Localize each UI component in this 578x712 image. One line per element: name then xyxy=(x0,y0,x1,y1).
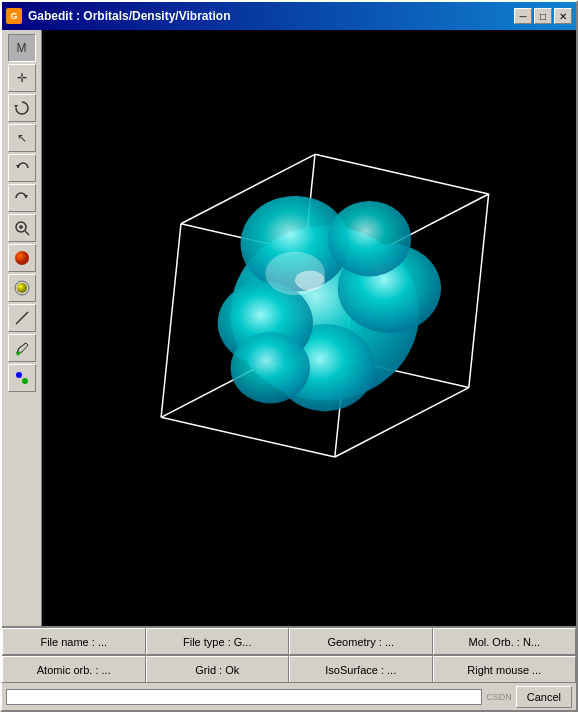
svg-rect-14 xyxy=(15,351,20,356)
svg-point-35 xyxy=(231,332,310,403)
svg-marker-2 xyxy=(24,195,28,198)
redo-icon xyxy=(14,190,30,206)
toolbar: M ✛ ↖ xyxy=(2,30,42,626)
svg-line-13 xyxy=(19,343,26,348)
grid-button[interactable]: Grid : Ok xyxy=(146,656,290,684)
svg-line-25 xyxy=(161,224,181,418)
progress-bar xyxy=(6,689,482,705)
main-area: M ✛ ↖ xyxy=(2,30,576,626)
svg-marker-0 xyxy=(14,105,18,108)
undo-tool-button[interactable] xyxy=(8,154,36,182)
close-button[interactable]: ✕ xyxy=(554,8,572,24)
cancel-button[interactable]: Cancel xyxy=(516,686,572,708)
svg-point-7 xyxy=(15,251,29,265)
rotate-tool-button[interactable] xyxy=(8,94,36,122)
status-row-2: Atomic orb. : ... Grid : Ok IsoSurface :… xyxy=(2,656,576,684)
select-tool-button[interactable]: ↖ xyxy=(8,124,36,152)
maximize-button[interactable]: □ xyxy=(534,8,552,24)
redo-tool-button[interactable] xyxy=(8,184,36,212)
undo-icon xyxy=(14,160,30,176)
watermark-text: CSDN xyxy=(486,692,512,702)
title-bar-left: G Gabedit : Orbitals/Density/Vibration xyxy=(6,8,230,24)
svg-marker-1 xyxy=(16,165,20,168)
filename-button[interactable]: File name : ... xyxy=(2,628,146,655)
svg-point-37 xyxy=(295,270,325,290)
svg-line-17 xyxy=(161,417,335,457)
pencil-icon xyxy=(14,340,30,356)
status-bar: File name : ... File type : G... Geometr… xyxy=(2,626,576,682)
sphere-icon xyxy=(13,249,31,267)
color-tool-button[interactable] xyxy=(8,364,36,392)
title-buttons: ─ □ ✕ xyxy=(514,8,572,24)
geometry-button[interactable]: Geometry : ... xyxy=(289,628,433,655)
pencil-tool-button[interactable] xyxy=(8,334,36,362)
zoom-tool-button[interactable] xyxy=(8,214,36,242)
color-icon xyxy=(14,370,30,386)
filetype-button[interactable]: File type : G... xyxy=(146,628,290,655)
line-icon xyxy=(14,310,30,326)
svg-line-23 xyxy=(315,154,489,194)
status-row-1: File name : ... File type : G... Geometr… xyxy=(2,628,576,656)
svg-point-8 xyxy=(17,283,27,293)
menu-tool-button[interactable]: M xyxy=(8,34,36,62)
line-tool-button[interactable] xyxy=(8,304,36,332)
svg-point-34 xyxy=(328,201,411,276)
rightmouse-button[interactable]: Right mouse ... xyxy=(433,656,577,684)
svg-line-27 xyxy=(469,194,489,388)
svg-point-16 xyxy=(22,378,28,384)
minimize-button[interactable]: ─ xyxy=(514,8,532,24)
isosurface-button[interactable]: IsoSurface : ... xyxy=(289,656,433,684)
scene-svg xyxy=(42,30,576,626)
window-title: Gabedit : Orbitals/Density/Vibration xyxy=(28,9,230,23)
app-icon: G xyxy=(6,8,22,24)
atomicorb-button[interactable]: Atomic orb. : ... xyxy=(2,656,146,684)
rotate-icon xyxy=(14,100,30,116)
isosurface-blob xyxy=(218,196,441,411)
svg-line-10 xyxy=(16,312,28,324)
svg-point-15 xyxy=(16,372,22,378)
move-tool-button[interactable]: ✛ xyxy=(8,64,36,92)
sphere-tool-button[interactable] xyxy=(8,244,36,272)
dot-icon xyxy=(13,279,31,297)
bottom-bar: CSDN Cancel xyxy=(2,682,576,710)
viewport[interactable] xyxy=(42,30,576,626)
main-window: G Gabedit : Orbitals/Density/Vibration ─… xyxy=(0,0,578,712)
molorb-button[interactable]: Mol. Orb. : N... xyxy=(433,628,577,655)
title-bar: G Gabedit : Orbitals/Density/Vibration ─… xyxy=(2,2,576,30)
zoom-icon xyxy=(14,220,30,236)
svg-line-4 xyxy=(25,231,29,235)
dot-tool-button[interactable] xyxy=(8,274,36,302)
